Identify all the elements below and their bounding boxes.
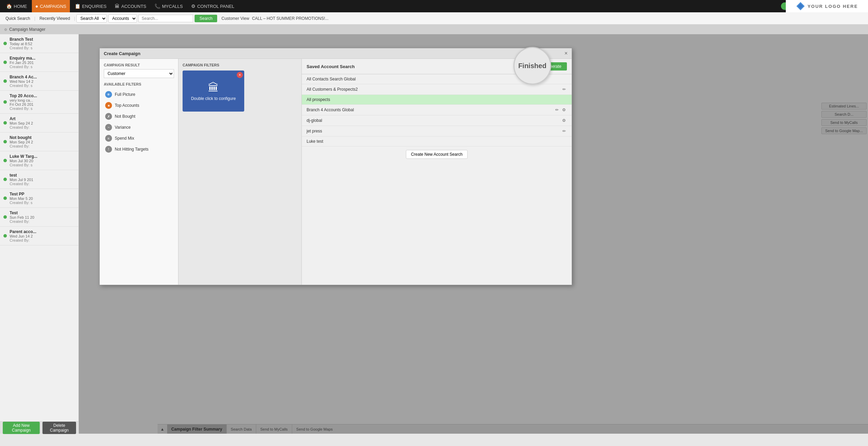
filter-top-accounts[interactable]: ★ Top Accounts: [104, 100, 174, 111]
search-list-item-jet-press[interactable]: jet press ✏: [302, 126, 572, 137]
campaign-created: Created By:: [10, 144, 75, 148]
campaign-created: Created By: s: [10, 201, 75, 205]
search-input[interactable]: [138, 15, 193, 22]
logo-icon: [796, 1, 805, 11]
sidebar-item-9[interactable]: Test Sun Feb 11 20 Created By:: [0, 208, 78, 227]
filter-block-icon: 🏛: [208, 81, 219, 94]
edit-icon-button[interactable]: ✏: [561, 87, 567, 92]
campaign-date: Mon Jul 30 20: [10, 159, 75, 163]
hot-summer-link[interactable]: CALL – HOT SUMMER PROMOTIONS!...: [252, 16, 328, 21]
sidebar-item-4[interactable]: Art Mon Sep 24 2 Created By:: [0, 114, 78, 132]
search-list-item-branch4[interactable]: Branch 4 Accounts Global ✏ ⚙: [302, 105, 572, 115]
campaign-created: Created By: s: [10, 46, 75, 50]
filter-block-close-button[interactable]: ×: [237, 72, 243, 78]
campaign-filters-label: CAMPAIGN FILTERS: [183, 63, 297, 67]
accounts-icon: 🏛: [115, 3, 120, 9]
enquiries-icon: 📋: [75, 3, 80, 9]
campaign-title: Test PP: [10, 192, 75, 196]
sidebar-item-5[interactable]: Not bought Mon Sep 24 2 Created By:: [0, 132, 78, 151]
recently-viewed-link[interactable]: Recently Viewed: [37, 15, 73, 22]
filter-full-picture[interactable]: 👁 Full Picture: [104, 89, 174, 100]
content-area: Create Campaign × CAMPAIGN RESULT Custom…: [79, 34, 868, 434]
finished-badge[interactable]: Finished: [513, 47, 551, 85]
mycalls-icon: 📞: [154, 3, 160, 9]
status-dot: [3, 100, 7, 104]
modal-close-button[interactable]: ×: [565, 50, 568, 56]
sidebar-item-7[interactable]: test Mon Jul 9 201 Created By:: [0, 170, 78, 189]
campaign-date: Mon Jul 9 201: [10, 178, 75, 182]
status-dot: [3, 159, 7, 162]
campaign-created: Created By: s: [10, 106, 75, 111]
item-icons: ⚙: [561, 118, 567, 123]
sidebar-item-3[interactable]: Top 20 Acco... very long ca... Fri Oct 2…: [0, 91, 78, 114]
sidebar-item-1[interactable]: Enquiry ma... Fri Jan 25 201 Created By:…: [0, 53, 78, 72]
logo-area: YOUR LOGO HERE: [786, 0, 868, 12]
filter-name: Full Picture: [115, 92, 135, 97]
filter-spend-mix[interactable]: ≡ Spend Mix: [104, 133, 174, 144]
customer-view-link[interactable]: Customer View: [221, 16, 249, 21]
search-item-name: Luke test: [307, 139, 323, 144]
modal-left-panel: CAMPAIGN RESULT Customer AVAILABLE FILTE…: [100, 59, 178, 285]
campaign-date: Mon Mar 5 20: [10, 196, 75, 201]
filter-not-bought[interactable]: ✗ Not Bought: [104, 111, 174, 122]
campaign-created: Created By:: [10, 219, 75, 224]
search-button[interactable]: Search: [195, 15, 217, 22]
nav-campaigns[interactable]: ● CAMPAIGNS: [32, 0, 70, 12]
sidebar-item-2[interactable]: Branch 4 Ac... Wed Nov 14 2 Created By: …: [0, 72, 78, 91]
item-icons: ✏: [561, 87, 567, 92]
modal-body: CAMPAIGN RESULT Customer AVAILABLE FILTE…: [100, 59, 572, 285]
top-navigation: 🏠 HOME ● CAMPAIGNS 📋 ENQUIRIES 🏛 ACCOUNT…: [0, 0, 868, 12]
sidebar-item-6[interactable]: Luke W Targ... Mon Jul 30 20 Created By:…: [0, 151, 78, 170]
quick-search-link[interactable]: Quick Search: [3, 15, 33, 22]
main-layout: Branch Test Today at 8:52 Created By: s …: [0, 34, 868, 434]
not-hitting-icon: !: [105, 146, 112, 153]
modal-right-panel: Finished Saved Account Search Generate A…: [302, 59, 572, 285]
item-icons: ✏: [561, 128, 567, 134]
search-list-item-all-customers[interactable]: All Customers & Prospects2 ✏: [302, 84, 572, 95]
add-new-campaign-button[interactable]: Add New Campaign: [3, 422, 40, 434]
search-item-name: dj-global: [307, 118, 322, 123]
search-list-item-luke-test[interactable]: Luke test: [302, 137, 572, 146]
campaign-result-select[interactable]: Customer: [104, 69, 174, 78]
nav-control-panel[interactable]: ⚙ CONTROL PANEL: [188, 0, 238, 12]
status-dot: [3, 140, 7, 143]
nav-mycalls[interactable]: 📞 MYCALLS: [151, 0, 186, 12]
search-item-name: All prospects: [307, 97, 330, 102]
campaign-created: Created By: s: [10, 65, 75, 69]
search-item-name: All Contacts Search Global: [307, 77, 356, 81]
accounts-dropdown[interactable]: Accounts: [108, 14, 137, 23]
delete-campaign-button[interactable]: Delete Campaign: [42, 422, 76, 434]
search-list-item-dj-global[interactable]: dj-global ⚙: [302, 115, 572, 126]
campaign-title: Top 20 Acco...: [10, 93, 75, 98]
search-item-name: All Customers & Prospects2: [307, 87, 358, 92]
top-accounts-icon: ★: [105, 102, 112, 109]
settings-icon-button[interactable]: ⚙: [561, 107, 567, 113]
sidebar-item-0[interactable]: Branch Test Today at 8:52 Created By: s: [0, 34, 78, 53]
edit-icon-button[interactable]: ✏: [554, 107, 560, 113]
create-search-button[interactable]: Create New Account Search: [406, 150, 468, 159]
edit-icon-button[interactable]: ✏: [561, 128, 567, 134]
filter-name: Top Accounts: [115, 103, 139, 108]
settings-icon-button[interactable]: ⚙: [561, 118, 567, 123]
status-dot: [3, 234, 7, 238]
nav-accounts[interactable]: 🏛 ACCOUNTS: [111, 0, 150, 12]
nav-enquiries[interactable]: 📋 ENQUIRIES: [71, 0, 110, 12]
modal-header: Create Campaign ×: [100, 48, 572, 59]
campaign-title: test: [10, 173, 75, 178]
filter-variance[interactable]: ~ Variance: [104, 122, 174, 133]
filter-block-text: Double click to configure: [191, 96, 236, 101]
logo-text: YOUR LOGO HERE: [807, 4, 858, 9]
search-all-dropdown[interactable]: Search All: [76, 14, 107, 23]
filter-block[interactable]: × 🏛 Double click to configure: [183, 71, 244, 112]
filter-name: Not Hitting Targets: [115, 147, 149, 152]
sidebar-item-8[interactable]: Test PP Mon Mar 5 20 Created By: s: [0, 189, 78, 208]
search-list-item-all-prospects[interactable]: All prospects: [302, 95, 572, 105]
campaign-date: Mon Sep 24 2: [10, 121, 75, 125]
filter-not-hitting-targets[interactable]: ! Not Hitting Targets: [104, 144, 174, 155]
nav-home[interactable]: 🏠 HOME: [3, 0, 30, 12]
sidebar-item-10[interactable]: Parent acco... Wed Jun 14 2 Created By:: [0, 227, 78, 245]
modal-title: Create Campaign: [104, 51, 140, 56]
campaign-created: Created By:: [10, 238, 75, 242]
search-item-name: Branch 4 Accounts Global: [307, 107, 354, 112]
campaign-date: Sun Feb 11 20: [10, 215, 75, 219]
